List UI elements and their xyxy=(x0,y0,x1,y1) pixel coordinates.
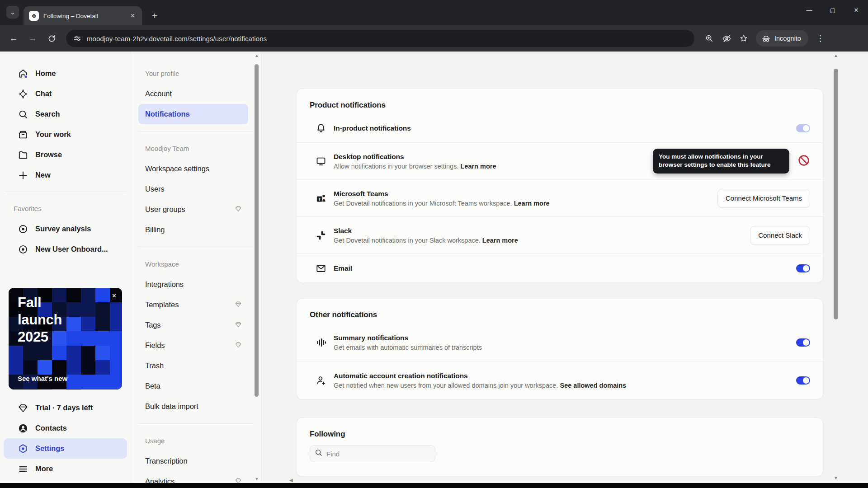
favorite-label: New User Onboard... xyxy=(35,245,108,253)
nav-item-account[interactable]: Account xyxy=(138,84,248,104)
eye-off-icon xyxy=(722,34,731,43)
automatic-account-creation-toggle[interactable] xyxy=(796,376,810,385)
row-title: Automatic account creation notifications xyxy=(334,372,796,380)
gem-icon xyxy=(235,477,242,483)
summary-notifications-toggle[interactable] xyxy=(796,338,810,347)
nav-item-beta[interactable]: Beta xyxy=(138,376,248,396)
reload-icon xyxy=(47,34,56,43)
row-desktop-notifications: Desktop notifications Allow notification… xyxy=(297,142,823,179)
in-product-notifications-toggle[interactable] xyxy=(796,124,810,132)
url-bar[interactable]: moodjoy-team-2h2v.dovetail.com/settings/… xyxy=(66,30,694,47)
usage-section-label: Usage xyxy=(131,431,261,451)
gem-icon xyxy=(235,321,242,330)
divider xyxy=(138,247,254,247)
scroll-down-icon[interactable]: ▼ xyxy=(833,476,839,480)
home-icon xyxy=(17,68,29,79)
nav-item-integrations[interactable]: Integrations xyxy=(138,274,248,295)
eye-off-button[interactable] xyxy=(719,31,734,46)
person-plus-icon xyxy=(315,375,327,386)
nav-item-billing[interactable]: Billing xyxy=(138,220,248,240)
email-toggle[interactable] xyxy=(796,264,810,272)
chevron-down-icon: ⌄ xyxy=(10,8,16,16)
zoom-button[interactable] xyxy=(702,31,717,46)
scroll-down-icon[interactable]: ▼ xyxy=(254,477,259,481)
nav-item-user-groups[interactable]: User groups xyxy=(138,199,248,220)
find-input[interactable] xyxy=(326,450,417,458)
desktop-notifications-tooltip: You must allow notifications in your bro… xyxy=(653,149,789,174)
tab-close-icon[interactable]: × xyxy=(128,11,137,21)
waveform-icon xyxy=(315,337,327,348)
sidebar-label: Chat xyxy=(35,89,52,98)
svg-text:T: T xyxy=(318,197,321,201)
scrollbar-thumb[interactable] xyxy=(834,69,838,319)
divider xyxy=(138,423,254,424)
nav-item-transcription[interactable]: Transcription xyxy=(138,451,248,471)
sidebar-item-more[interactable]: More xyxy=(4,459,127,479)
learn-more-link[interactable]: Learn more xyxy=(482,237,518,244)
minimize-button[interactable]: — xyxy=(797,0,821,20)
favorite-item-new-user-onboarding[interactable]: New User Onboard... xyxy=(4,239,127,259)
nav-item-notifications[interactable]: Notifications xyxy=(138,104,248,124)
browser-tab[interactable]: ❖ Following – Dovetail × xyxy=(24,6,142,25)
other-notifications-heading: Other notifications xyxy=(297,299,823,324)
search-icon xyxy=(17,109,29,120)
site-settings-icon[interactable] xyxy=(73,34,81,42)
browser-menu-button[interactable]: ⋮ xyxy=(812,33,829,43)
favorite-item-survey-analysis[interactable]: Survey analysis xyxy=(4,219,127,239)
maximize-button[interactable]: ▢ xyxy=(821,0,844,20)
scroll-up-icon[interactable]: ▲ xyxy=(833,53,839,58)
scrollbar-thumb[interactable] xyxy=(255,64,259,397)
reload-button[interactable] xyxy=(43,30,60,47)
sidebar-item-contacts[interactable]: Contacts xyxy=(4,418,127,438)
nav-item-templates[interactable]: Templates xyxy=(138,295,248,315)
sidebar-label: Home xyxy=(35,69,56,78)
nav-item-tags[interactable]: Tags xyxy=(138,315,248,335)
nav-item-bulk-data-import[interactable]: Bulk data import xyxy=(138,396,248,417)
settings-gear-icon xyxy=(17,443,29,454)
sidebar-item-home[interactable]: Home xyxy=(4,63,127,84)
nav-item-users[interactable]: Users xyxy=(138,179,248,199)
connect-slack-button[interactable]: Connect Slack xyxy=(750,226,810,245)
promo-close-icon[interactable]: ✕ xyxy=(112,292,117,299)
row-email: Email xyxy=(297,253,823,282)
target-icon xyxy=(17,224,29,235)
sidebar-item-settings[interactable]: Settings xyxy=(4,438,127,459)
connect-microsoft-teams-button[interactable]: Connect Microsoft Teams xyxy=(717,189,810,208)
row-summary-notifications: Summary notifications Get emails with au… xyxy=(297,324,823,361)
nav-item-workspace-settings[interactable]: Workspace settings xyxy=(138,159,248,179)
find-search-box[interactable] xyxy=(310,445,435,462)
learn-more-link[interactable]: Learn more xyxy=(514,200,550,207)
nav-item-fields[interactable]: Fields xyxy=(138,335,248,356)
contacts-label: Contacts xyxy=(35,424,67,432)
zoom-icon xyxy=(705,34,714,43)
sidebar-label: New xyxy=(35,171,51,179)
sidebar-item-browse[interactable]: Browse xyxy=(4,145,127,165)
bookmark-star-button[interactable] xyxy=(736,31,751,46)
settings-nav-scrollbar[interactable]: ▲ ▼ xyxy=(254,53,259,481)
close-button[interactable]: ✕ xyxy=(844,0,868,20)
forward-button[interactable]: → xyxy=(24,30,41,47)
row-subtitle: Get notified when new users from your al… xyxy=(334,382,796,389)
trial-label: Trial · 7 days left xyxy=(35,404,93,412)
promo-cta-link[interactable]: See what's new xyxy=(18,375,67,382)
sidebar-item-new[interactable]: New xyxy=(4,165,127,185)
sidebar-item-trial[interactable]: Trial · 7 days left xyxy=(4,398,127,418)
tab-search-button[interactable]: ⌄ xyxy=(6,6,19,19)
sidebar-item-search[interactable]: Search xyxy=(4,104,127,124)
sidebar-item-your-work[interactable]: Your work xyxy=(4,124,127,145)
scroll-left-icon[interactable]: ◀ xyxy=(289,478,293,483)
new-tab-button[interactable]: + xyxy=(148,10,161,21)
sidebar-item-chat[interactable]: Chat xyxy=(4,84,127,104)
toggle-knob xyxy=(803,265,809,272)
nav-item-analytics[interactable]: Analytics xyxy=(138,471,248,483)
see-allowed-domains-link[interactable]: See allowed domains xyxy=(560,382,627,389)
nav-item-trash[interactable]: Trash xyxy=(138,356,248,376)
fall-launch-promo-card[interactable]: ✕ Fall launch 2025 See what's new xyxy=(9,288,122,389)
row-title: Email xyxy=(334,264,796,272)
learn-more-link[interactable]: Learn more xyxy=(460,163,496,170)
scroll-up-icon[interactable]: ▲ xyxy=(254,53,259,58)
incognito-badge[interactable]: Incognito xyxy=(756,30,808,47)
main-scrollbar[interactable]: ▲ ▼ xyxy=(833,53,839,480)
back-button[interactable]: ← xyxy=(5,30,22,47)
divider xyxy=(5,192,126,192)
